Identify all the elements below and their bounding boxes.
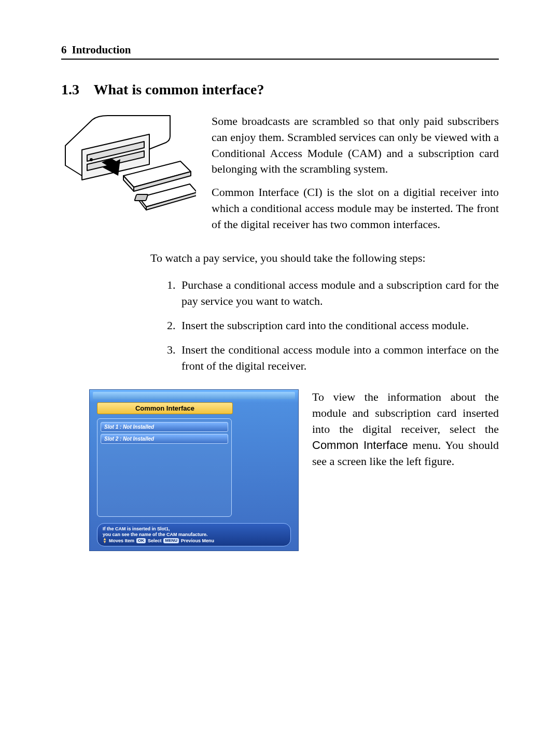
running-header: 6 Introduction (61, 44, 499, 60)
section-heading: 1.3 What is common interface? (61, 81, 499, 98)
nav-select-label: Select (148, 538, 162, 544)
slot-1-status: Slot 1 : Not Installed (101, 422, 228, 432)
slot-2-status: Slot 2 : Not Installed (101, 434, 228, 444)
page-number: 6 (61, 44, 67, 57)
steps-lead: To watch a pay service, you should take … (150, 250, 499, 266)
step-1: Purchase a conditional access module and… (178, 277, 499, 309)
window-topbar (93, 392, 295, 399)
svg-rect-1 (134, 194, 148, 201)
nav-moves-label: Moves Item (109, 538, 134, 544)
paragraph-3: To view the information about the module… (312, 389, 499, 469)
paragraph-2: Common Interface (CI) is the slot on a d… (212, 185, 499, 232)
help-line-2: you can see the name of the CAM manufact… (103, 532, 285, 538)
menu-panel: Slot 1 : Not Installed Slot 2 : Not Inst… (97, 418, 232, 517)
step-3: Insert the conditional access module int… (178, 342, 499, 374)
nav-prev-label: Previous Menu (181, 538, 214, 544)
step-2: Insert the subscription card into the co… (178, 318, 499, 334)
steps-list: Purchase a conditional access module and… (61, 277, 499, 374)
cam-insert-figure (61, 114, 196, 240)
paragraph-1: Some broadcasts are scrambled so that on… (212, 114, 499, 177)
menu-key-icon: MENU (163, 538, 179, 543)
ci-menu-screenshot: Common Interface Slot 1 : Not Installed … (89, 389, 299, 551)
section-title: What is common interface? (94, 81, 264, 97)
help-bar: If the CAM is inserted in Slot1, you can… (97, 523, 291, 547)
ok-key-icon: OK (136, 538, 146, 543)
menu-title: Common Interface (97, 402, 233, 414)
section-number: 1.3 (61, 81, 79, 97)
chapter-title: Introduction (72, 44, 131, 57)
ui-term-common-interface: Common Interface (312, 439, 408, 452)
help-line-1: If the CAM is inserted in Slot1, (103, 526, 285, 532)
arrow-icon: ▲▼ (103, 538, 107, 544)
svg-point-0 (90, 159, 92, 161)
